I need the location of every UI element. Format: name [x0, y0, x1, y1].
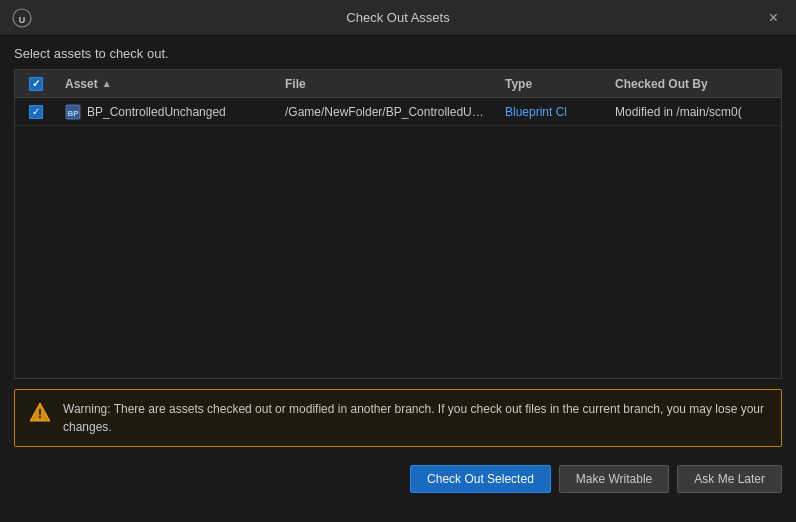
header-checkbox-cell: [15, 77, 57, 91]
svg-text:BP: BP: [67, 108, 79, 117]
window-title: Check Out Assets: [346, 10, 449, 25]
subtitle-text: Select assets to check out.: [14, 46, 782, 61]
asset-cell: BP BP_ControlledUnchanged: [65, 104, 269, 120]
row-asset: BP BP_ControlledUnchanged: [57, 104, 277, 120]
ue-logo-icon: U: [12, 8, 32, 28]
title-bar-left: U: [12, 8, 32, 28]
table-body: BP BP_ControlledUnchanged /Game/NewFolde…: [15, 98, 781, 378]
close-button[interactable]: ×: [763, 8, 784, 28]
footer-buttons: Check Out Selected Make Writable Ask Me …: [0, 457, 796, 501]
row-file: /Game/NewFolder/BP_ControlledUnchangec: [277, 105, 497, 119]
select-all-checkbox[interactable]: [29, 77, 43, 91]
header-type: Type: [497, 77, 607, 91]
sort-arrow-icon: ▲: [102, 78, 112, 89]
ask-me-later-button[interactable]: Ask Me Later: [677, 465, 782, 493]
title-bar: U Check Out Assets ×: [0, 0, 796, 36]
warning-text: Warning: There are assets checked out or…: [63, 400, 767, 436]
svg-text:U: U: [19, 14, 26, 24]
assets-table: Asset ▲ File Type Checked Out By BP: [14, 69, 782, 379]
header-checked-out-by: Checked Out By: [607, 77, 781, 91]
table-header: Asset ▲ File Type Checked Out By: [15, 70, 781, 98]
row-type: Blueprint Cl: [497, 105, 607, 119]
header-file: File: [277, 77, 497, 91]
warning-box: ! Warning: There are assets checked out …: [14, 389, 782, 447]
check-out-selected-button[interactable]: Check Out Selected: [410, 465, 551, 493]
row-checked-out-by: Modified in /main/scm0(: [607, 105, 781, 119]
table-row: BP BP_ControlledUnchanged /Game/NewFolde…: [15, 98, 781, 126]
blueprint-icon: BP: [65, 104, 81, 120]
main-content: Select assets to check out. Asset ▲ File…: [0, 36, 796, 379]
svg-text:!: !: [38, 407, 42, 421]
warning-icon: !: [29, 401, 51, 423]
row-checkbox-cell: [15, 105, 57, 119]
header-asset: Asset ▲: [57, 77, 277, 91]
row-checkbox[interactable]: [29, 105, 43, 119]
make-writable-button[interactable]: Make Writable: [559, 465, 669, 493]
